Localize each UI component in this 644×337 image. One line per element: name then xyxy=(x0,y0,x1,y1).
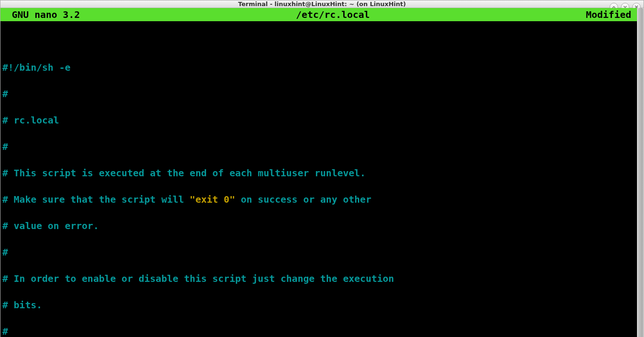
terminal-area: GNU nano 3.2 /etc/rc.local Modified #!/b… xyxy=(0,8,644,337)
code-line: # xyxy=(2,87,635,100)
code-line: #!/bin/sh -e xyxy=(2,61,635,74)
scrollbar[interactable] xyxy=(637,8,644,337)
code-line: # rc.local xyxy=(2,114,635,127)
code-line: # bits. xyxy=(2,298,635,312)
nano-status: Modified xyxy=(586,8,635,21)
code-line: # value on error. xyxy=(2,219,635,232)
code-line: # In order to enable or disable this scr… xyxy=(2,272,635,285)
window-title: Terminal - linuxhint@LinuxHint: ~ (on Li… xyxy=(238,0,406,8)
window-titlebar: Terminal - linuxhint@LinuxHint: ~ (on Li… xyxy=(0,0,644,8)
terminal-window: Terminal - linuxhint@LinuxHint: ~ (on Li… xyxy=(0,0,644,337)
nano-title: GNU nano 3.2 xyxy=(2,8,80,21)
code-line: # Make sure that the script will "exit 0… xyxy=(2,193,635,206)
terminal-content[interactable]: GNU nano 3.2 /etc/rc.local Modified #!/b… xyxy=(0,8,637,337)
code-line: # xyxy=(2,246,635,259)
nano-header: GNU nano 3.2 /etc/rc.local Modified xyxy=(0,8,637,21)
code-line: # This script is executed at the end of … xyxy=(2,166,635,180)
code-line: # xyxy=(2,325,635,337)
nano-filename: /etc/rc.local xyxy=(80,8,586,21)
nano-editor-body[interactable]: #!/bin/sh -e # # rc.local # # This scrip… xyxy=(0,21,637,337)
scrollbar-thumb[interactable] xyxy=(638,8,643,337)
code-line: # xyxy=(2,140,635,153)
